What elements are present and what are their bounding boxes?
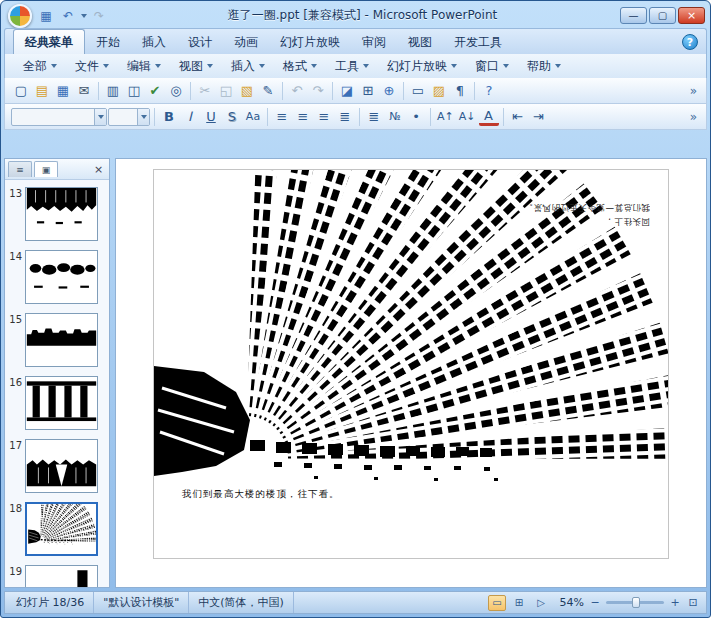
toolbar-overflow-icon[interactable]: » [687,84,700,98]
insert-chart-icon[interactable]: ◪ [337,81,357,101]
close-pane-icon[interactable]: × [91,162,106,177]
toolbar-overflow-icon[interactable]: » [687,110,700,124]
spelling-check-icon[interactable]: ✔ [145,81,165,101]
current-slide-canvas[interactable]: 回头往上， 我们总算一览今天走过的风景。 我们到最高大楼的楼顶，往下看。 [154,170,668,558]
slide-thumbnail-18-current[interactable]: 18 [7,502,104,556]
zoom-out-icon[interactable]: − [588,596,602,610]
insert-table-icon[interactable]: ⊞ [358,81,378,101]
slide-thumbnail-13[interactable]: 13 [7,187,104,241]
align-right-icon[interactable]: ≡ [314,107,334,127]
font-size-combobox[interactable] [108,108,150,126]
tab-view[interactable]: 视图 [397,30,443,54]
slide-thumbnail-19[interactable]: 19 [7,565,104,587]
tab-review[interactable]: 审阅 [351,30,397,54]
tab-design[interactable]: 设计 [177,30,223,54]
redo-arrow-icon[interactable]: ↷ [308,81,328,101]
slideshow-view-icon[interactable]: ▷ [532,595,550,611]
email-icon[interactable]: ✉ [74,81,94,101]
increase-indent-icon[interactable]: ⇥ [529,107,549,127]
language-indicator[interactable]: 中文(简体，中国) [189,592,294,613]
office-button-icon[interactable] [8,4,32,28]
print-preview-icon[interactable]: ◫ [124,81,144,101]
normal-view-icon[interactable]: ▭ [488,595,506,611]
new-slide-icon[interactable]: ▭ [408,81,428,101]
tab-slideshow[interactable]: 幻灯片放映 [269,30,351,54]
line-spacing-icon[interactable]: ≣ [364,107,384,127]
paste-clipboard-icon[interactable]: ▧ [237,81,257,101]
decrease-font-size-icon[interactable]: A↓ [457,107,478,127]
slide-thumbnail-16[interactable]: 16 [7,376,104,430]
format-painter-icon[interactable]: ✎ [258,81,278,101]
new-presentation-icon[interactable]: ▢ [11,81,31,101]
open-folder-icon[interactable]: ▤ [32,81,52,101]
align-left-icon[interactable]: ≡ [272,107,292,127]
change-case-icon[interactable]: Aa [243,107,263,127]
decrease-indent-icon[interactable]: ⇤ [508,107,528,127]
zoom-slider[interactable] [606,601,664,604]
slide-design-icon[interactable]: ▨ [429,81,449,101]
slide-thumbnail-image[interactable] [25,313,98,367]
redo-icon[interactable]: ↷ [89,7,109,25]
tab-home[interactable]: 开始 [85,30,131,54]
slide-thumbnail-14[interactable]: 14 [7,250,104,304]
font-color-icon[interactable]: A [479,107,499,126]
tab-animations[interactable]: 动画 [223,30,269,54]
toolbar-help-icon[interactable]: ? [479,81,499,101]
menu-all[interactable]: 全部 [15,56,65,77]
undo-dropdown-icon[interactable] [81,14,87,18]
increase-font-size-icon[interactable]: A↑ [435,107,456,127]
print-icon[interactable]: ▥ [103,81,123,101]
cut-scissors-icon[interactable]: ✂ [195,81,215,101]
menu-format[interactable]: 格式 [275,56,325,77]
combo-dropdown[interactable] [94,109,106,125]
menu-slideshow[interactable]: 幻灯片放映 [379,56,465,77]
justify-icon[interactable]: ≣ [335,107,355,127]
menu-view[interactable]: 视图 [171,56,221,77]
align-center-icon[interactable]: ≡ [293,107,313,127]
slide-thumbnail-image[interactable] [25,502,98,556]
menu-tools[interactable]: 工具 [327,56,377,77]
bullet-list-icon[interactable]: • [406,107,426,127]
copy-icon[interactable]: ◱ [216,81,236,101]
slides-tab[interactable]: ▣ [34,161,58,177]
menu-file[interactable]: 文件 [67,56,117,77]
menu-insert[interactable]: 插入 [223,56,273,77]
close-button[interactable]: × [678,7,705,24]
hyperlink-icon[interactable]: ⊕ [379,81,399,101]
formatting-marks-icon[interactable]: ¶ [450,81,470,101]
slide-thumbnail-image[interactable] [25,439,98,493]
slide-thumbnail-image[interactable] [25,565,98,587]
tab-developer[interactable]: 开发工具 [443,30,513,54]
bold-icon[interactable]: B [159,107,179,127]
help-icon[interactable]: ? [682,34,698,50]
combo-dropdown[interactable] [137,109,149,125]
flipped-text-block[interactable]: 回头往上， 我们总算一览今天走过的风景。 [480,200,650,229]
outline-tab[interactable]: ≡ [8,161,32,177]
slide-thumbnail-image[interactable] [25,250,98,304]
zoom-level[interactable]: 54% [554,596,584,609]
slide-sorter-view-icon[interactable]: ⊞ [510,595,528,611]
slide-thumbnail-15[interactable]: 15 [7,313,104,367]
zoom-slider-thumb[interactable] [632,597,640,608]
menu-window[interactable]: 窗口 [467,56,517,77]
undo-arrow-icon[interactable]: ↶ [287,81,307,101]
font-name-combobox[interactable] [11,108,107,126]
menu-help[interactable]: 帮助 [519,56,569,77]
save-icon[interactable]: ▦ [53,81,73,101]
undo-icon[interactable]: ↶ [58,7,78,25]
tab-classic-menu[interactable]: 经典菜单 [13,29,85,54]
slide-editor-area[interactable]: 回头往上， 我们总算一览今天走过的风景。 我们到最高大楼的楼顶，往下看。 [115,158,707,588]
zoom-in-icon[interactable]: + [668,596,682,610]
minimize-button[interactable]: — [620,7,647,24]
research-icon[interactable]: ◎ [166,81,186,101]
slide-thumbnail-image[interactable] [25,376,98,430]
slide-thumbnail-image[interactable] [25,187,98,241]
tab-insert[interactable]: 插入 [131,30,177,54]
menu-edit[interactable]: 编辑 [119,56,169,77]
text-shadow-icon[interactable]: S [222,107,242,127]
theme-name[interactable]: "默认设计模板" [94,592,189,613]
slide-caption-text[interactable]: 我们到最高大楼的楼顶，往下看。 [182,488,340,501]
underline-icon[interactable]: U [201,107,221,127]
numbered-list-icon[interactable]: № [385,107,405,127]
maximize-button[interactable]: ▢ [649,7,676,24]
